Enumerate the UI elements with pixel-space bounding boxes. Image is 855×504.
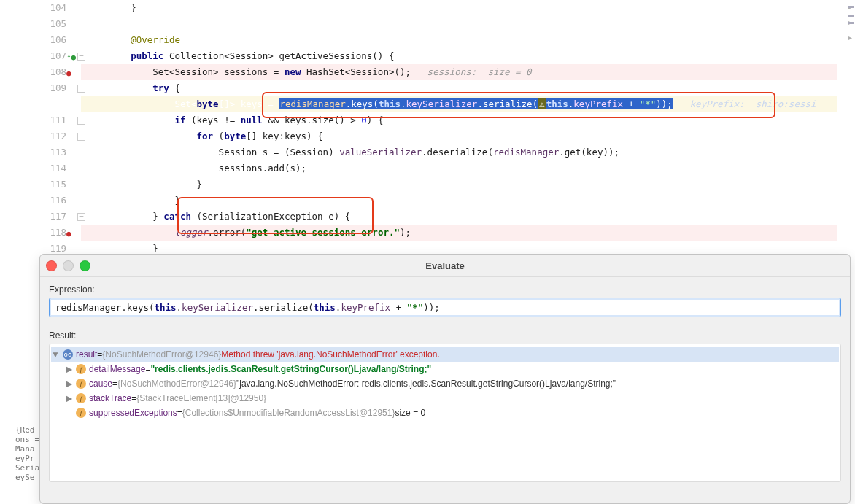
line-number: 118 bbox=[41, 225, 66, 241]
code-line[interactable]: 118● logger.error("get active sessions e… bbox=[81, 225, 837, 241]
code-line[interactable]: 117− } catch (SerializationException e) … bbox=[81, 209, 837, 225]
code-line[interactable]: 119 } bbox=[81, 241, 837, 252]
disclosure-icon[interactable]: ▶ bbox=[64, 376, 73, 391]
debug-var-fragment: eyPr bbox=[15, 454, 39, 463]
code-text[interactable]: try { bbox=[81, 80, 837, 96]
expression-label: Expression: bbox=[49, 284, 841, 295]
var-name: stackTrace bbox=[89, 391, 131, 406]
code-text[interactable]: public Collection<Session> getActiveSess… bbox=[81, 48, 837, 64]
code-text[interactable]: } bbox=[81, 193, 837, 209]
code-text[interactable]: if (keys != null && keys.size() > 0) { bbox=[81, 112, 837, 128]
line-number: 115 bbox=[41, 177, 66, 193]
field-badge-icon: f bbox=[76, 408, 86, 418]
code-line[interactable]: 105 bbox=[81, 16, 837, 32]
code-text[interactable]: } catch (SerializationException e) { bbox=[81, 209, 837, 225]
var-name: suppressedExceptions bbox=[89, 406, 177, 420]
code-line[interactable]: 106 @Override bbox=[81, 32, 837, 48]
code-line[interactable]: 112− for (byte[] key:keys) { bbox=[81, 128, 837, 144]
code-line[interactable]: 104 } bbox=[81, 0, 837, 16]
line-number: 108 bbox=[41, 64, 66, 80]
line-number: 113 bbox=[41, 144, 66, 160]
var-tail: "java.lang.NoSuchMethodError: redis.clie… bbox=[236, 376, 616, 391]
code-line[interactable]: 115 } bbox=[81, 177, 837, 193]
marker[interactable] bbox=[848, 15, 854, 17]
object-id: {NoSuchMethodError@12946} bbox=[117, 376, 236, 391]
tree-row[interactable]: ▶fstackTrace = {StackTraceElement[13]@12… bbox=[51, 391, 839, 406]
left-gutter-strip bbox=[0, 0, 15, 504]
code-text[interactable]: for (byte[] key:keys) { bbox=[81, 128, 837, 144]
code-line[interactable]: 110 Set<byte[]> keys = redisManager.keys… bbox=[81, 96, 837, 112]
code-text[interactable]: } bbox=[81, 0, 837, 16]
disclosure-icon[interactable]: ▶ bbox=[64, 362, 73, 376]
var-tail: size = 0 bbox=[395, 406, 425, 420]
result-tree[interactable]: ▼ooresult = {NoSuchMethodError@12946} Me… bbox=[49, 344, 841, 482]
error-stripe[interactable] bbox=[846, 0, 855, 252]
code-line[interactable]: 114 sessions.add(s); bbox=[81, 160, 837, 177]
code-line[interactable]: 113 Session s = (Session) valueSerialize… bbox=[81, 144, 837, 160]
code-line[interactable]: 108● Set<Session> sessions = new HashSet… bbox=[81, 64, 837, 80]
code-editor[interactable]: 104 }105106 @Override107↑●− public Colle… bbox=[15, 0, 855, 252]
field-badge-icon: f bbox=[76, 379, 86, 389]
line-number: 109 bbox=[41, 80, 66, 96]
line-number: 111 bbox=[41, 112, 66, 128]
code-text[interactable] bbox=[81, 16, 837, 32]
line-number: 104 bbox=[41, 0, 66, 16]
var-name: cause bbox=[89, 376, 112, 391]
debug-var-fragment: Mana bbox=[15, 444, 39, 454]
line-number: 106 bbox=[41, 32, 66, 48]
debug-var-fragment: eySe bbox=[15, 473, 39, 482]
var-name: result bbox=[76, 347, 97, 362]
line-number: 105 bbox=[41, 16, 66, 32]
evaluate-dialog: Evaluate Expression: redisManager.keys(t… bbox=[39, 254, 851, 504]
debug-var-fragment: {Red bbox=[15, 425, 39, 435]
tree-row[interactable]: ▶fcause = {NoSuchMethodError@12946} "jav… bbox=[51, 376, 839, 391]
marker[interactable] bbox=[848, 6, 854, 8]
var-value: "redis.clients.jedis.ScanResult.getStrin… bbox=[150, 362, 431, 376]
object-badge-icon: oo bbox=[63, 349, 73, 360]
debug-var-fragment: ons = bbox=[15, 435, 39, 444]
debug-vars-peek: {Redons =ManaeyPrSeriaeySe bbox=[15, 425, 39, 482]
code-text[interactable]: } bbox=[81, 177, 837, 193]
line-number: 117 bbox=[41, 209, 66, 225]
gutter-icon[interactable]: ● bbox=[66, 226, 71, 242]
code-line[interactable]: 107↑●− public Collection<Session> getAct… bbox=[81, 48, 837, 64]
result-label: Result: bbox=[49, 330, 841, 341]
evaluate-titlebar[interactable]: Evaluate bbox=[40, 255, 850, 277]
line-number: 107 bbox=[41, 48, 66, 64]
line-number: 110 bbox=[41, 96, 66, 112]
tree-row[interactable]: ▶fdetailMessage = "redis.clients.jedis.S… bbox=[51, 362, 839, 376]
var-name: detailMessage bbox=[89, 362, 145, 376]
code-line[interactable]: 116 } bbox=[81, 193, 837, 209]
line-number: 114 bbox=[41, 160, 66, 177]
marker[interactable] bbox=[848, 22, 854, 24]
line-number: 119 bbox=[41, 241, 66, 252]
line-number: 112 bbox=[41, 128, 66, 144]
debug-var-fragment: Seria bbox=[15, 463, 39, 473]
code-text[interactable]: @Override bbox=[81, 32, 837, 48]
line-number: 116 bbox=[41, 193, 66, 209]
code-line[interactable]: 111− if (keys != null && keys.size() > 0… bbox=[81, 112, 837, 128]
expression-input[interactable]: redisManager.keys(this.keySerializer.ser… bbox=[49, 298, 841, 317]
code-line[interactable]: 109− try { bbox=[81, 80, 837, 96]
code-text[interactable]: Session s = (Session) valueSerializer.de… bbox=[81, 144, 837, 160]
field-badge-icon: f bbox=[76, 393, 86, 403]
object-id: {NoSuchMethodError@12946} bbox=[102, 347, 221, 362]
code-text[interactable]: Set<Session> sessions = new HashSet<Sess… bbox=[81, 64, 837, 80]
disclosure-icon[interactable]: ▶ bbox=[64, 391, 73, 406]
gutter-icon[interactable]: ↑● bbox=[66, 50, 76, 66]
object-id: {Collections$UnmodifiableRandomAccessLis… bbox=[182, 406, 395, 420]
evaluate-title: Evaluate bbox=[40, 260, 850, 271]
disclosure-icon[interactable]: ▼ bbox=[51, 347, 60, 362]
code-text[interactable]: } bbox=[81, 241, 837, 252]
var-tail: Method threw 'java.lang.NoSuchMethodErro… bbox=[221, 347, 439, 362]
code-text[interactable]: Set<byte[]> keys = redisManager.keys(thi… bbox=[81, 96, 837, 112]
gutter-icon[interactable]: ● bbox=[66, 66, 71, 82]
field-badge-icon: f bbox=[76, 364, 86, 374]
tree-row[interactable]: fsuppressedExceptions = {Collections$Unm… bbox=[51, 406, 839, 420]
code-text[interactable]: sessions.add(s); bbox=[81, 160, 837, 177]
code-text[interactable]: logger.error("get active sessions error.… bbox=[81, 225, 837, 241]
tree-row[interactable]: ▼ooresult = {NoSuchMethodError@12946} Me… bbox=[51, 347, 839, 362]
object-id: {StackTraceElement[13]@12950} bbox=[136, 391, 266, 406]
